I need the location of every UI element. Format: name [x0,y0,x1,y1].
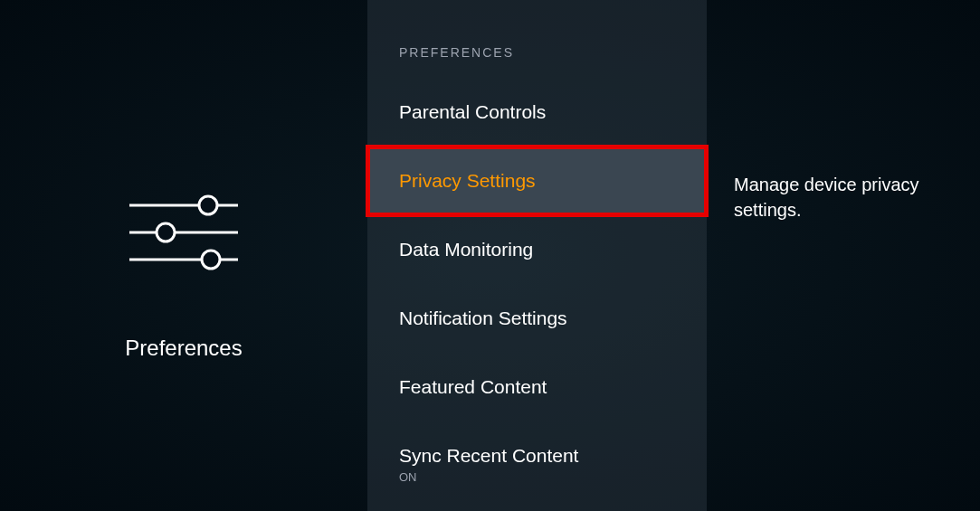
preferences-sliders-icon [125,187,243,281]
svg-point-1 [199,196,217,214]
menu-item-label: Data Monitoring [399,239,533,260]
menu-item-label: Featured Content [399,376,547,397]
left-panel: Preferences [0,0,367,511]
menu-item-data-monitoring[interactable]: Data Monitoring [367,215,707,284]
svg-point-3 [157,223,175,241]
menu-item-parental-controls[interactable]: Parental Controls [367,78,707,147]
menu-item-sync-recent-content[interactable]: Sync Recent Content ON [367,421,707,500]
menu-item-label: Privacy Settings [399,170,536,191]
right-panel: Manage device privacy settings. [707,0,980,511]
menu-item-label: Parental Controls [399,101,546,122]
section-header: PREFERENCES [367,0,707,78]
menu-item-featured-content[interactable]: Featured Content [367,353,707,421]
menu-item-sublabel: ON [399,470,675,484]
item-description: Manage device privacy settings. [734,172,944,222]
preferences-menu: PREFERENCES Parental Controls Privacy Se… [367,0,707,511]
menu-item-label: Notification Settings [399,308,567,328]
left-panel-title: Preferences [125,336,242,361]
menu-item-privacy-settings[interactable]: Privacy Settings [367,147,707,215]
menu-item-label: Sync Recent Content [399,445,578,466]
svg-point-5 [202,251,220,269]
menu-item-notification-settings[interactable]: Notification Settings [367,284,707,353]
